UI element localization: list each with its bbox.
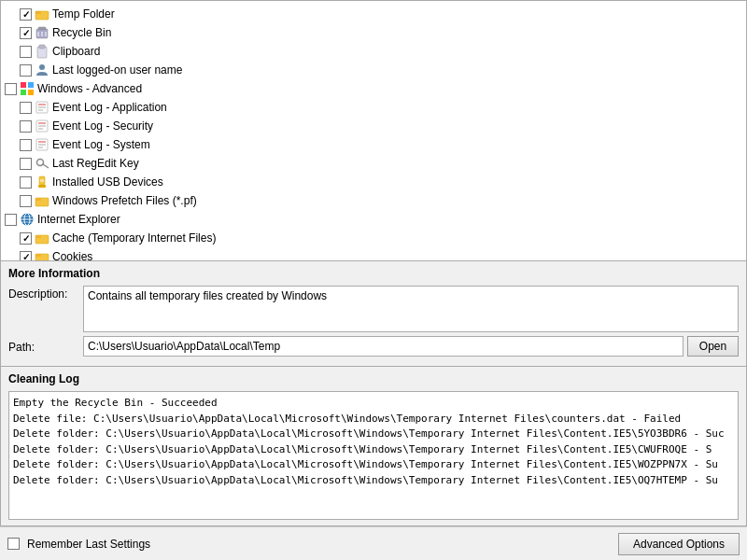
log-sec-icon — [35, 119, 49, 133]
tree-item-temp[interactable]: Temp Folder — [1, 5, 746, 23]
cleaning-log-title: Cleaning Log — [8, 372, 739, 385]
log-line: Delete folder: C:\Users\Usuario\AppData\… — [13, 473, 734, 489]
tree-item-lastlogon[interactable]: Last logged-on user name — [1, 61, 746, 79]
svg-rect-30 — [38, 185, 46, 188]
svg-point-27 — [37, 160, 44, 166]
item-label-ie: Internet Explorer — [37, 213, 120, 226]
tree-section: Temp Folder Recycle Bin Clipboard — [0, 0, 747, 261]
tree-item-lastregedit[interactable]: Last RegEdit Key — [1, 154, 746, 173]
svg-rect-12 — [28, 82, 34, 88]
item-label-lastregedit: Last RegEdit Key — [52, 157, 139, 170]
log-line: Delete folder: C:\Users\Usuario\AppData\… — [13, 457, 734, 473]
more-info-title: More Information — [8, 267, 739, 280]
svg-rect-9 — [39, 45, 45, 49]
log-line: Delete folder: C:\Users\Usuario\AppData\… — [13, 427, 734, 442]
tree-item-clipboard[interactable]: Clipboard — [1, 42, 746, 61]
remember-row: Remember Last Settings — [7, 538, 150, 551]
usb-icon — [35, 175, 49, 189]
description-value: Contains all temporary files created by … — [83, 286, 739, 332]
svg-rect-13 — [21, 90, 26, 95]
checkbox-lastregedit[interactable] — [20, 158, 32, 170]
item-label-lastlogon: Last logged-on user name — [52, 63, 182, 77]
clipboard-icon — [35, 44, 49, 59]
description-row: Description: Contains all temporary file… — [8, 286, 739, 332]
checkbox-ie[interactable] — [5, 214, 17, 226]
checkbox-cache[interactable] — [20, 232, 32, 245]
checkbox-clipboard[interactable] — [20, 46, 32, 58]
svg-rect-1 — [35, 11, 41, 14]
item-label-win-advanced: Windows - Advanced — [37, 82, 142, 95]
user-icon — [35, 63, 49, 77]
tree-item-cache[interactable]: Cache (Temporary Internet Files) — [1, 229, 746, 247]
path-input[interactable] — [83, 336, 684, 357]
tree-item-usb[interactable]: Installed USB Devices — [1, 173, 746, 191]
tree-item-eventlog-sys[interactable]: Event Log - System — [1, 135, 746, 154]
checkbox-lastlogon[interactable] — [20, 64, 32, 77]
log-sys-icon — [35, 137, 49, 152]
checkbox-eventlog-sec[interactable] — [20, 120, 32, 133]
folder-icon — [35, 7, 49, 21]
svg-rect-33 — [35, 198, 41, 201]
log-app-icon — [35, 100, 49, 115]
item-label-clipboard: Clipboard — [52, 45, 100, 58]
more-info-section: More Information Description: Contains a… — [0, 261, 747, 367]
log-line: Delete folder: C:\Users\Usuario\AppData\… — [13, 442, 734, 458]
svg-rect-11 — [21, 82, 26, 88]
log-line: Empty the Recycle Bin - Succeeded — [13, 396, 734, 412]
item-label-recycle: Recycle Bin — [52, 26, 111, 39]
cleaning-log-section: Cleaning Log Empty the Recycle Bin - Suc… — [0, 367, 747, 526]
svg-rect-31 — [40, 179, 44, 182]
log-line: Delete file: C:\Users\Usuario\AppData\Lo… — [13, 412, 734, 427]
windows-icon — [20, 81, 35, 96]
checkbox-remember[interactable] — [7, 538, 20, 550]
tree-item-cookies[interactable]: Cookies — [1, 247, 746, 260]
tree-item-eventlog-sec[interactable]: Event Log - Security — [1, 117, 746, 135]
advanced-options-button[interactable]: Advanced Options — [618, 533, 740, 555]
svg-line-28 — [43, 164, 49, 168]
tree-scroll[interactable]: Temp Folder Recycle Bin Clipboard — [1, 1, 746, 260]
checkbox-eventlog-sys[interactable] — [20, 139, 32, 151]
svg-point-10 — [39, 64, 45, 70]
checkbox-recycle[interactable] — [20, 27, 32, 39]
checkbox-temp[interactable] — [20, 8, 32, 21]
svg-rect-14 — [28, 90, 34, 95]
log-content[interactable]: Empty the Recycle Bin - SucceededDelete … — [8, 391, 739, 520]
svg-rect-42 — [35, 254, 41, 257]
item-label-cache: Cache (Temporary Internet Files) — [52, 231, 216, 245]
tree-item-win-advanced[interactable]: Windows - Advanced — [1, 79, 746, 98]
item-label-usb: Installed USB Devices — [52, 175, 163, 189]
path-label: Path: — [8, 339, 83, 354]
prefetch-icon — [35, 193, 49, 208]
item-label-eventlog-app: Event Log - Application — [52, 101, 167, 114]
recycle-icon — [35, 25, 49, 40]
main-container: Temp Folder Recycle Bin Clipboard — [0, 0, 747, 560]
tree-item-ie[interactable]: Internet Explorer — [1, 210, 746, 229]
open-button[interactable]: Open — [687, 336, 739, 357]
svg-rect-4 — [38, 27, 46, 30]
item-label-eventlog-sys: Event Log - System — [52, 138, 150, 151]
item-label-temp: Temp Folder — [52, 7, 115, 21]
item-label-eventlog-sec: Event Log - Security — [52, 119, 153, 133]
svg-rect-40 — [35, 235, 41, 238]
tree-item-eventlog-app[interactable]: Event Log - Application — [1, 98, 746, 117]
cookies-folder-icon — [35, 249, 49, 260]
ie-icon — [20, 212, 35, 227]
description-label: Description: — [8, 286, 83, 301]
checkbox-eventlog-app[interactable] — [20, 102, 32, 114]
tree-item-recycle[interactable]: Recycle Bin — [1, 23, 746, 42]
item-label-prefetch: Windows Prefetch Files (*.pf) — [52, 194, 197, 207]
remember-label: Remember Last Settings — [27, 538, 150, 551]
path-row: Path: Open — [8, 336, 739, 357]
checkbox-cookies[interactable] — [20, 251, 32, 261]
tree-item-prefetch[interactable]: Windows Prefetch Files (*.pf) — [1, 191, 746, 210]
checkbox-win-advanced[interactable] — [5, 83, 17, 95]
bottom-bar: Remember Last Settings Advanced Options — [0, 526, 747, 560]
checkbox-usb[interactable] — [20, 176, 32, 189]
item-label-cookies: Cookies — [52, 250, 92, 260]
key-icon — [35, 156, 49, 171]
cache-folder-icon — [35, 231, 49, 245]
checkbox-prefetch[interactable] — [20, 195, 32, 207]
